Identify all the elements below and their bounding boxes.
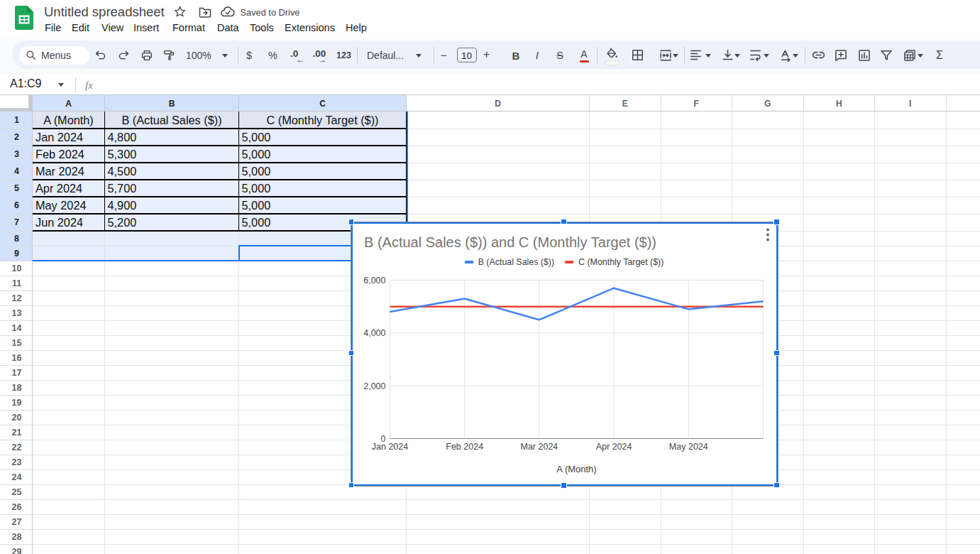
svg-text:4,000: 4,000: [363, 328, 385, 338]
svg-text:Feb 2024: Feb 2024: [446, 442, 483, 452]
svg-text:Apr 2024: Apr 2024: [595, 442, 632, 452]
svg-text:2,000: 2,000: [363, 381, 385, 391]
svg-text:Mar 2024: Mar 2024: [520, 442, 558, 452]
svg-text:Jan 2024: Jan 2024: [371, 442, 407, 452]
svg-text:6,000: 6,000: [363, 276, 385, 286]
svg-text:A (Month): A (Month): [556, 464, 596, 474]
svg-text:May 2024: May 2024: [668, 442, 708, 452]
